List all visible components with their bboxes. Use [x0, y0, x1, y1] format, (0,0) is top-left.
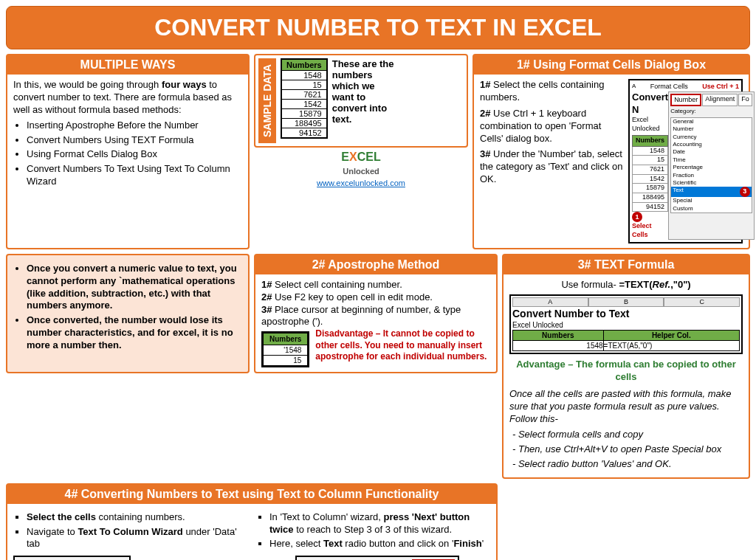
callout-1: 1 [632, 212, 642, 222]
multiple-ways-box: MULTIPLE WAYS In this, we would be going… [6, 54, 250, 249]
ribbon-screenshot: ant to do... Text to Columns ⚡ Flash Fil… [13, 556, 131, 560]
list-item: Inserting Apostrophe Before the Number [27, 120, 242, 132]
page-title: CONVERT NUMBER TO TEXT IN EXCEL [6, 6, 750, 49]
advantage-text: Advantage – The formula can be copied to… [509, 359, 743, 384]
list-item: Once converted, the number would lose it… [27, 314, 242, 352]
method1-header: 1# Using Format Cells Dialog Box [474, 55, 749, 75]
list-item: - Then, use Ctrl+Alt+V to open Paste Spe… [512, 443, 743, 456]
list-item: In 'Text to Column' wizard, press 'Next'… [269, 511, 490, 536]
callout-3: 3 [740, 187, 750, 197]
multiple-ways-intro: In this, we would be going through four … [13, 79, 242, 117]
list-item: Once you convert a numeric value to text… [27, 263, 242, 313]
method3-note: Once all the cells are pasted with this … [509, 388, 743, 426]
list-item: - Select formula cells and copy [512, 429, 743, 441]
apostrophe-screenshot: Numbers '1548 15 [261, 331, 309, 367]
method2-header: 2# Apostrophe Method [255, 255, 496, 274]
disadvantage-text: Disadvantage – It cannot be copied to ot… [315, 328, 490, 363]
sample-data-label: SAMPLE DATA [258, 58, 276, 143]
sample-table: Numbers 1548 15 7621 1542 15879 188495 9… [281, 58, 328, 139]
format-cells-screenshot: AFormat CellsUse Ctrl + 1 Convert N Exce… [628, 79, 743, 243]
list-item: Using Format Cells Dialog Box [27, 148, 242, 161]
method1-box: 1# Using Format Cells Dialog Box 1# Sele… [472, 54, 750, 249]
method4-header: 4# Converting Numbers to Text using Text… [7, 485, 496, 504]
sample-caption: These are the numbers which we want to c… [332, 58, 399, 125]
wizard-screenshot: Convert Text to Columns Wizard - Step 3 … [295, 556, 459, 560]
list-item: - Select radio button 'Values' and OK. [512, 458, 743, 471]
method4-box: 4# Converting Numbers to Text using Text… [6, 483, 498, 560]
list-item: Select the cells containing numbers. [27, 511, 247, 524]
multiple-ways-header: MULTIPLE WAYS [7, 55, 248, 75]
list-item: Navigate to Text To Column Wizard under … [27, 526, 247, 551]
list-item: Here, select Text radio button and click… [269, 538, 490, 550]
notes-box: Once you convert a numeric value to text… [6, 254, 250, 374]
list-item: Convert Numbers Using TEXT Formula [27, 134, 242, 147]
text-formula: Use formula- =TEXT(Ref.,"0") [509, 279, 743, 291]
logo-link[interactable]: www.excelunlocked.com [317, 179, 405, 187]
method2-box: 2# Apostrophe Method 1# Select cell cont… [254, 254, 498, 374]
multiple-ways-list: Inserting Apostrophe Before the Number C… [13, 120, 242, 188]
text-formula-screenshot: ABC Convert Number to Text Excel Unlocke… [509, 294, 743, 355]
sample-data-box: SAMPLE DATA Numbers 1548 15 7621 1542 15… [254, 54, 468, 249]
list-item: Convert Numbers To Text Using Text To Co… [27, 163, 242, 188]
method3-header: 3# TEXT Formula [504, 255, 749, 274]
logo-block: EXCELUnlocked www.excelunlocked.com [254, 151, 468, 188]
method3-box: 3# TEXT Formula Use formula- =TEXT(Ref.,… [502, 254, 750, 479]
